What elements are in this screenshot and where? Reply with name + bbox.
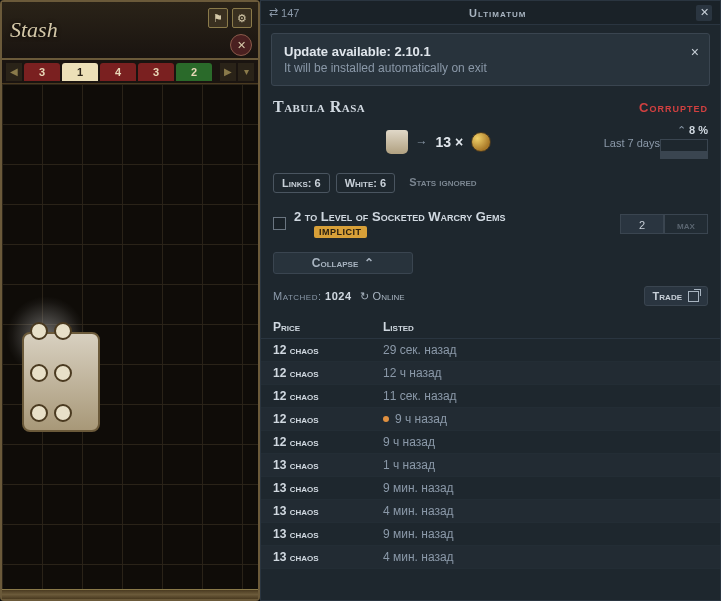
corrupted-badge: Corrupted	[639, 100, 708, 115]
results-list: 12 chaos29 сек. назад12 chaos12 ч назад1…	[261, 339, 720, 600]
gear-icon[interactable]: ⚙	[232, 8, 252, 28]
table-row[interactable]: 13 chaos4 мин. назад	[261, 546, 720, 569]
listed-cell: 9 мин. назад	[383, 527, 454, 541]
close-button[interactable]: ✕	[696, 5, 712, 21]
external-link-icon	[688, 291, 699, 302]
dismiss-update-button[interactable]: ×	[691, 44, 699, 60]
listed-cell: 11 сек. назад	[383, 389, 457, 403]
close-stash-button[interactable]: ✕	[230, 34, 252, 56]
flag-icon[interactable]: ⚑	[208, 8, 228, 28]
trend-label: Last 7 days	[604, 137, 660, 149]
stash-footer	[2, 589, 258, 599]
tab-menu[interactable]: ▾	[238, 63, 254, 81]
chaos-orb-icon	[471, 132, 491, 152]
matched-label: Matched: 1024	[273, 290, 352, 302]
stats-ignored-label: Stats ignored	[401, 173, 484, 193]
table-row[interactable]: 13 chaos9 мин. назад	[261, 523, 720, 546]
price-cell: 13 chaos	[273, 527, 383, 541]
price-cell: 13 chaos	[273, 550, 383, 564]
price-panel: ⇄ 147 Ultimatum ✕ Update available: 2.10…	[260, 0, 721, 601]
listed-cell: 29 сек. назад	[383, 343, 457, 357]
listed-cell: 12 ч назад	[383, 366, 442, 380]
tab-scroll-left[interactable]: ◀	[6, 63, 22, 81]
stash-header: Stash ⚑ ⚙ ✕	[2, 2, 258, 60]
listed-cell: 9 ч назад	[383, 412, 447, 426]
trade-button[interactable]: Trade	[644, 286, 708, 306]
sparkline	[660, 139, 708, 159]
ping-value: 147	[281, 7, 299, 19]
mod-text: 2 to Level of Socketed Warcry Gems	[294, 209, 505, 224]
table-row[interactable]: 13 chaos4 мин. назад	[261, 500, 720, 523]
price-cell: 13 chaos	[273, 458, 383, 472]
price-cell: 12 chaos	[273, 343, 383, 357]
stash-panel: Stash ⚑ ⚙ ✕ ◀ 31432 ▶ ▾	[0, 0, 260, 601]
armor-icon	[386, 130, 408, 154]
price-cell: 12 chaos	[273, 435, 383, 449]
mod-value-input[interactable]: 2	[620, 214, 664, 234]
league-name: Ultimatum	[299, 7, 696, 19]
stash-tab[interactable]: 2	[176, 63, 212, 81]
mod-checkbox[interactable]	[273, 217, 286, 230]
listed-cell: 4 мин. назад	[383, 550, 454, 564]
update-body: It will be installed automatically on ex…	[284, 61, 697, 75]
listed-cell: 4 мин. назад	[383, 504, 454, 518]
price-cell: 12 chaos	[273, 412, 383, 426]
price-cell: 13 chaos	[273, 481, 383, 495]
listed-cell: 9 ч назад	[383, 435, 435, 449]
listed-cell: 1 ч назад	[383, 458, 435, 472]
table-header: Price Listed	[261, 314, 720, 339]
table-row[interactable]: 12 chaos9 ч назад	[261, 408, 720, 431]
swap-icon: ⇄	[269, 6, 278, 19]
item-name: Tabula Rasa	[273, 98, 365, 116]
mod-max-button[interactable]: max	[664, 214, 708, 234]
chevron-up-icon: ⌃	[364, 256, 374, 270]
col-price: Price	[273, 320, 383, 334]
table-row[interactable]: 13 chaos9 мин. назад	[261, 477, 720, 500]
stash-tab[interactable]: 1	[62, 63, 98, 81]
online-filter[interactable]: ↻ Online	[360, 290, 405, 303]
update-banner: Update available: 2.10.1 It will be inst…	[271, 33, 710, 86]
table-row[interactable]: 12 chaos29 сек. назад	[261, 339, 720, 362]
titlebar: ⇄ 147 Ultimatum ✕	[261, 1, 720, 25]
mod-row: 2 to Level of Socketed Warcry Gems IMPLI…	[261, 203, 720, 244]
stash-tab[interactable]: 3	[24, 63, 60, 81]
col-listed: Listed	[383, 320, 414, 334]
price-trend: ⌃ 8 % Last 7 days	[604, 124, 708, 159]
price-cell: 12 chaos	[273, 389, 383, 403]
stash-item-tabula[interactable]	[22, 312, 102, 432]
links-pill[interactable]: Links: 6	[273, 173, 330, 193]
trend-up-icon: ⌃	[677, 124, 686, 136]
white-pill[interactable]: White: 6	[336, 173, 395, 193]
stash-grid[interactable]	[2, 84, 258, 589]
history-icon: ↻	[360, 290, 369, 303]
table-row[interactable]: 12 chaos12 ч назад	[261, 362, 720, 385]
listed-cell: 9 мин. назад	[383, 481, 454, 495]
stash-tab[interactable]: 4	[100, 63, 136, 81]
price-quantity: 13 ×	[436, 134, 464, 150]
price-cell: 12 chaos	[273, 366, 383, 380]
table-row[interactable]: 12 chaos11 сек. назад	[261, 385, 720, 408]
trend-value: 8 %	[689, 124, 708, 136]
arrow-right-icon: →	[416, 135, 428, 149]
price-cell: 13 chaos	[273, 504, 383, 518]
stash-tab[interactable]: 3	[138, 63, 174, 81]
collapse-button[interactable]: Collapse ⌃	[273, 252, 413, 274]
implicit-badge: IMPLICIT	[314, 226, 367, 238]
online-dot-icon	[383, 416, 389, 422]
stash-tab-row: ◀ 31432 ▶ ▾	[2, 60, 258, 84]
update-title: Update available: 2.10.1	[284, 44, 697, 59]
tab-scroll-right[interactable]: ▶	[220, 63, 236, 81]
table-row[interactable]: 12 chaos9 ч назад	[261, 431, 720, 454]
stash-title: Stash	[10, 17, 58, 43]
table-row[interactable]: 13 chaos1 ч назад	[261, 454, 720, 477]
